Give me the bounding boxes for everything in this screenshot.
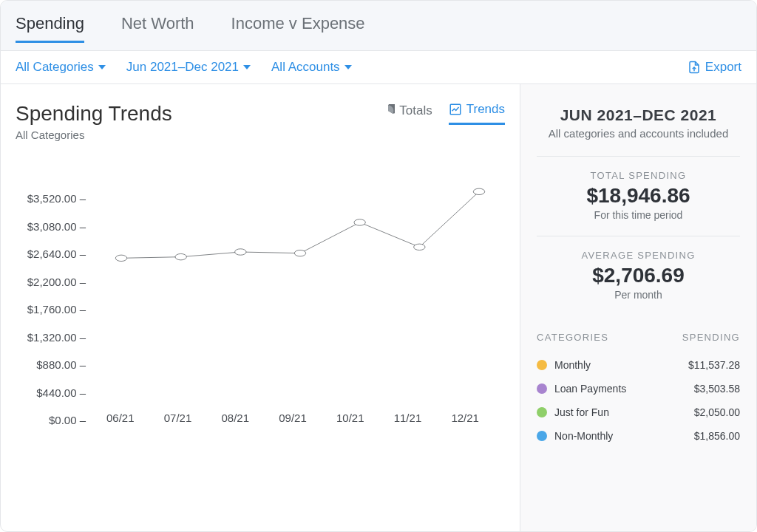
chart-header: Spending Trends All Categories Totals Tr… — [16, 102, 505, 141]
category-table-header: CATEGORIES SPENDING — [537, 332, 740, 343]
filter-daterange-label: Jun 2021–Dec 2021 — [126, 60, 239, 75]
view-totals-tab[interactable]: Totals — [381, 103, 432, 124]
x-tick: 06/21 — [97, 412, 144, 424]
caret-down-icon — [243, 65, 251, 69]
y-tick: $3,520.00 – — [27, 192, 86, 205]
categories-header: CATEGORIES — [537, 332, 608, 343]
x-tick: 10/21 — [327, 412, 374, 424]
y-tick: $2,640.00 – — [27, 248, 86, 260]
view-totals-label: Totals — [399, 103, 432, 118]
category-row[interactable]: Loan Payments$3,503.58 — [537, 377, 740, 400]
caret-down-icon — [98, 65, 106, 69]
summary-panel: JUN 2021–DEC 2021 All categories and acc… — [520, 84, 756, 531]
category-amount: $1,856.00 — [694, 430, 740, 442]
total-spending-label: TOTAL SPENDING — [537, 170, 740, 181]
x-tick: 08/21 — [211, 412, 259, 424]
average-spending-value: $2,706.69 — [537, 264, 740, 287]
top-nav: Spending Net Worth Income v Expense — [1, 1, 756, 51]
category-name: Non-Monthly — [554, 430, 613, 442]
filter-accounts-label: All Accounts — [271, 60, 340, 75]
category-swatch — [537, 360, 547, 370]
category-row[interactable]: Monthly$11,537.28 — [537, 353, 740, 377]
tab-net-worth[interactable]: Net Worth — [121, 14, 194, 43]
page-subtitle: All Categories — [16, 129, 172, 141]
export-button[interactable]: Export — [688, 60, 741, 75]
app-window: Spending Net Worth Income v Expense All … — [0, 0, 757, 532]
tab-spending[interactable]: Spending — [16, 14, 84, 43]
y-axis: $0.00 –$440.00 –$880.00 –$1,320.00 –$1,7… — [16, 185, 86, 407]
category-name: Loan Payments — [554, 383, 626, 395]
pie-chart-icon — [381, 104, 395, 117]
category-rows: Monthly$11,537.28Loan Payments$3,503.58J… — [537, 353, 740, 448]
caret-down-icon — [344, 65, 352, 69]
chart-panel: Spending Trends All Categories Totals Tr… — [1, 84, 520, 531]
tab-income-v-expense[interactable]: Income v Expense — [231, 14, 365, 43]
summary-range: JUN 2021–DEC 2021 — [537, 106, 740, 124]
x-axis: 06/2107/2108/2109/2110/2111/2112/21 — [97, 412, 489, 424]
x-tick: 12/21 — [441, 412, 489, 424]
filter-bar: All Categories Jun 2021–Dec 2021 All Acc… — [1, 51, 756, 84]
spending-header: SPENDING — [682, 332, 740, 343]
view-toggle: Totals Trends — [381, 102, 505, 125]
total-spending-desc: For this time period — [537, 209, 740, 221]
category-amount: $2,050.00 — [694, 406, 740, 418]
y-tick: $880.00 – — [36, 358, 86, 371]
category-row[interactable]: Just for Fun$2,050.00 — [537, 400, 740, 424]
total-spending-stat: TOTAL SPENDING $18,946.86 For this time … — [537, 156, 740, 236]
x-tick: 09/21 — [269, 412, 316, 424]
y-tick: $3,080.00 – — [27, 219, 86, 232]
page-title: Spending Trends — [16, 102, 172, 126]
main-content: Spending Trends All Categories Totals Tr… — [1, 84, 756, 531]
category-name: Just for Fun — [554, 406, 609, 418]
filter-daterange[interactable]: Jun 2021–Dec 2021 — [126, 60, 251, 75]
filter-accounts[interactable]: All Accounts — [271, 60, 352, 75]
export-label: Export — [705, 60, 741, 75]
average-spending-label: AVERAGE SPENDING — [537, 250, 740, 261]
average-spending-desc: Per month — [537, 289, 740, 301]
x-tick: 07/21 — [155, 412, 202, 424]
bars — [97, 185, 489, 407]
category-name: Monthly — [554, 359, 591, 371]
category-row[interactable]: Non-Monthly$1,856.00 — [537, 424, 740, 448]
export-icon — [688, 61, 701, 74]
y-tick: $2,200.00 – — [27, 275, 86, 287]
filter-categories[interactable]: All Categories — [16, 60, 106, 75]
view-trends-label: Trends — [466, 102, 505, 117]
category-swatch — [537, 431, 547, 441]
y-tick: $0.00 – — [49, 414, 86, 426]
category-amount: $3,503.58 — [694, 383, 740, 395]
category-amount: $11,537.28 — [688, 359, 740, 371]
average-spending-stat: AVERAGE SPENDING $2,706.69 Per month — [537, 236, 740, 316]
category-swatch — [537, 407, 547, 417]
summary-subtitle: All categories and accounts included — [537, 127, 740, 140]
x-tick: 11/21 — [384, 412, 432, 424]
chart: $0.00 –$440.00 –$880.00 –$1,320.00 –$1,7… — [16, 185, 505, 509]
filter-categories-label: All Categories — [16, 60, 94, 75]
y-tick: $440.00 – — [36, 386, 86, 398]
y-tick: $1,760.00 – — [27, 303, 86, 316]
view-trends-tab[interactable]: Trends — [449, 102, 505, 125]
trend-chart-icon — [449, 103, 462, 116]
y-tick: $1,320.00 – — [27, 330, 86, 343]
total-spending-value: $18,946.86 — [537, 184, 740, 208]
category-swatch — [537, 383, 547, 394]
